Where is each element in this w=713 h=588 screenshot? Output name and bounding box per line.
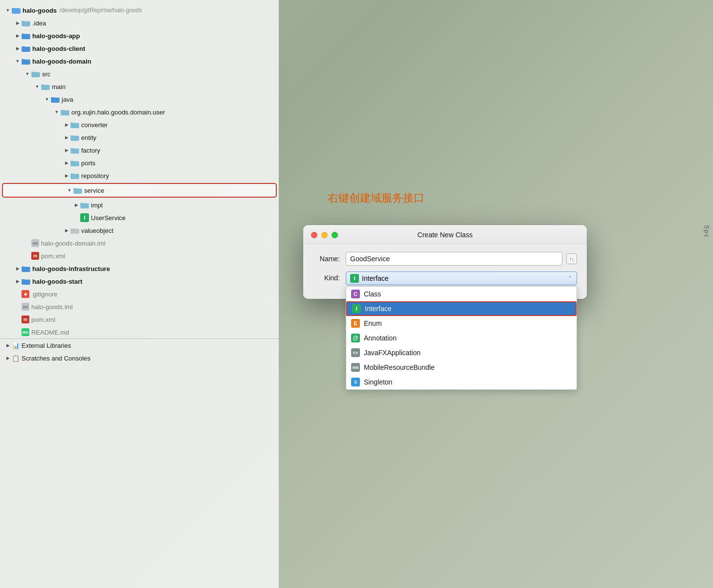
git-icon: ◆ bbox=[22, 290, 29, 298]
tree-arrow-java bbox=[43, 97, 51, 102]
tree-arrow-app bbox=[14, 33, 22, 38]
tree-label-package: org.xujin.halo.goods.domain.user bbox=[71, 109, 165, 116]
dialog-titlebar: Create New Class bbox=[303, 225, 587, 244]
tree-item-halo-goods-app[interactable]: halo-goods-app bbox=[0, 29, 279, 42]
svg-rect-38 bbox=[22, 279, 24, 281]
tree-item-halo-goods-domain[interactable]: halo-goods-domain bbox=[0, 55, 279, 68]
tree-arrow-idea bbox=[14, 21, 22, 25]
name-input[interactable] bbox=[346, 252, 562, 266]
tree-item-service[interactable]: service bbox=[3, 184, 276, 197]
javafx-icon: FX bbox=[351, 348, 360, 357]
tree-label-userservice: UserService bbox=[91, 214, 126, 222]
dropdown-label-class: Class bbox=[364, 290, 381, 298]
tree-item-readme[interactable]: MD README.md bbox=[0, 326, 279, 339]
maximize-button[interactable] bbox=[332, 232, 338, 238]
name-input-wrap: ↑↓ bbox=[346, 252, 577, 266]
tree-arrow-ext-libs bbox=[4, 343, 12, 348]
folder-icon-valueobject bbox=[70, 227, 79, 234]
tree-item-halo-goods-client[interactable]: halo-goods-client bbox=[0, 42, 279, 55]
tree-item-ports[interactable]: ports bbox=[0, 157, 279, 169]
tree-label-converter: converter bbox=[81, 121, 108, 129]
interface-icon: I bbox=[352, 304, 361, 313]
tree-item-scratches[interactable]: 📋 Scratches and Consoles bbox=[0, 352, 279, 364]
tree-item-userservice[interactable]: I UserService bbox=[0, 211, 279, 224]
folder-icon-client bbox=[22, 45, 30, 52]
folder-icon-domain bbox=[22, 58, 30, 65]
tree-arrow-scratches bbox=[4, 356, 12, 361]
tree-item-repository[interactable]: repository bbox=[0, 169, 279, 182]
folder-icon-entity bbox=[70, 134, 79, 141]
traffic-lights bbox=[311, 232, 338, 238]
tree-item-valueobject[interactable]: valueobject bbox=[0, 224, 279, 237]
tree-arrow-entity bbox=[63, 135, 70, 140]
dropdown-item-enum[interactable]: E Enum bbox=[346, 316, 577, 331]
tree-item-ext-libs[interactable]: 📊 External Libraries bbox=[0, 339, 279, 352]
svg-rect-18 bbox=[61, 110, 64, 112]
close-button[interactable] bbox=[311, 232, 317, 238]
dropdown-item-singleton[interactable]: S Singleton bbox=[346, 375, 577, 389]
tree-item-halo-goods[interactable]: halo-goods /develop/gitRep/mw/halo-goods bbox=[0, 4, 279, 17]
tree-item-src[interactable]: src bbox=[0, 68, 279, 80]
kind-select-wrap: I Interface ⌃ C Class bbox=[346, 271, 577, 285]
svg-rect-34 bbox=[70, 228, 73, 230]
folder-icon-impl bbox=[80, 202, 89, 208]
svg-rect-4 bbox=[22, 21, 24, 23]
tree-item-entity[interactable]: entity bbox=[0, 131, 279, 144]
tree-label-pom-root: pom.xml bbox=[31, 316, 55, 323]
svg-rect-2 bbox=[12, 9, 21, 14]
scratches-icon: 📋 bbox=[12, 355, 20, 362]
minimize-button[interactable] bbox=[321, 232, 328, 238]
tree-arrow-valueobject bbox=[63, 228, 70, 233]
tree-arrow-service bbox=[66, 188, 73, 193]
svg-rect-24 bbox=[70, 148, 73, 150]
tree-label-main: main bbox=[52, 83, 66, 90]
tree-label-entity: entity bbox=[81, 134, 96, 141]
tree-item-domain-iml[interactable]: iml halo-goods-domain.iml bbox=[0, 237, 279, 249]
tree-label-pom-domain: pom.xml bbox=[41, 252, 65, 260]
tree-item-gitignore[interactable]: ◆ .gitignore bbox=[0, 288, 279, 300]
annotation-icon: @ bbox=[351, 334, 360, 342]
tree-arrow-package bbox=[53, 110, 61, 114]
tree-item-start[interactable]: halo-goods-start bbox=[0, 275, 279, 288]
dropdown-item-javafx[interactable]: FX JavaFXApplication bbox=[346, 345, 577, 360]
tree-label-repository: repository bbox=[81, 172, 109, 180]
tree-item-infrastructure[interactable]: halo-goods-infrastructure bbox=[0, 262, 279, 275]
name-label: Name: bbox=[313, 255, 340, 263]
dropdown-item-interface[interactable]: I Interface bbox=[346, 301, 577, 316]
tree-item-converter[interactable]: converter bbox=[0, 118, 279, 131]
folder-icon-idea bbox=[22, 20, 30, 26]
svg-rect-36 bbox=[22, 267, 24, 268]
dialog-body: Name: ↑↓ Kind: I Interface ⌃ bbox=[303, 244, 587, 299]
svg-rect-6 bbox=[22, 34, 24, 35]
tree-label-client: halo-goods-client bbox=[32, 45, 85, 52]
folder-icon-halo-goods bbox=[12, 7, 21, 14]
tree-arrow-factory bbox=[63, 148, 70, 153]
tree-item-pom-domain[interactable]: m pom.xml bbox=[0, 249, 279, 262]
folder-icon-src bbox=[31, 70, 40, 77]
mobile-icon: MB bbox=[351, 363, 360, 372]
dropdown-item-class[interactable]: C Class bbox=[346, 287, 577, 301]
tree-item-java[interactable]: java bbox=[0, 93, 279, 106]
tree-item-impl[interactable]: impl bbox=[0, 199, 279, 211]
dropdown-item-mobile[interactable]: MB MobileResourceBundle bbox=[346, 360, 577, 375]
annotation-text: 右键创建域服务接口 bbox=[328, 191, 424, 205]
tree-item-package[interactable]: org.xujin.halo.goods.domain.user bbox=[0, 106, 279, 118]
tree-item-main[interactable]: main bbox=[0, 80, 279, 93]
sort-button[interactable]: ↑↓ bbox=[566, 253, 577, 264]
kind-selected-icon: I bbox=[350, 274, 359, 283]
dropdown-item-annotation[interactable]: @ Annotation bbox=[346, 331, 577, 345]
right-panel: 右键创建域服务接口 Spc Create New Class Name: bbox=[279, 0, 713, 588]
tree-label-readme: README.md bbox=[31, 329, 69, 336]
tree-label-factory: factory bbox=[81, 147, 100, 154]
folder-icon-java bbox=[51, 96, 60, 103]
tree-arrow-start bbox=[14, 279, 22, 284]
tree-item-pom-root[interactable]: m pom.xml bbox=[0, 313, 279, 326]
tree-item-factory[interactable]: factory bbox=[0, 144, 279, 157]
tree-item-idea[interactable]: .idea bbox=[0, 17, 279, 29]
kind-select-display[interactable]: I Interface ⌃ bbox=[346, 271, 577, 285]
tree-item-halo-goods-iml[interactable]: iml halo-goods.iml bbox=[0, 300, 279, 313]
enum-icon: E bbox=[351, 319, 360, 328]
tree-label-halo-goods: halo-goods bbox=[22, 7, 57, 14]
class-icon: C bbox=[351, 290, 360, 298]
dropdown-label-enum: Enum bbox=[364, 319, 382, 327]
